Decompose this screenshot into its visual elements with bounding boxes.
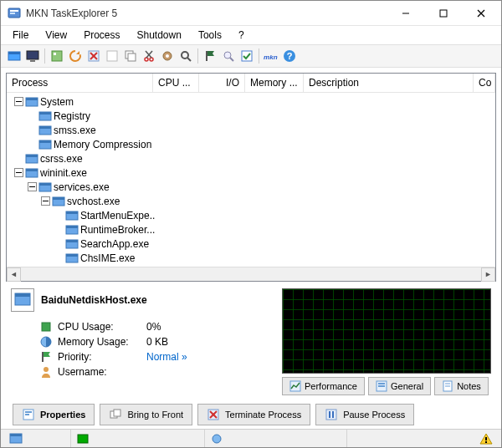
col-memory[interactable]: Memory ... [245,74,304,92]
col-process[interactable]: Process [7,74,153,92]
priority-icon [39,350,53,364]
tree-expander-icon[interactable] [12,97,25,107]
svg-rect-61 [66,226,78,228]
cpu-usage-value: 0% [146,321,161,333]
table-row[interactable]: SearchApp.exe [7,237,495,251]
window-title: MKN TaskExplorer 5 [26,8,387,19]
close-button[interactable] [462,1,499,25]
toolbar: mkn ? [1,44,501,68]
process-name: RuntimeBroker.... [80,224,155,236]
menu-tools[interactable]: Tools [192,28,228,43]
svg-rect-93 [332,411,334,418]
horizontal-scrollbar[interactable]: ◄ ► [7,267,495,281]
tb-delete-icon[interactable] [85,48,102,64]
table-row[interactable]: StartMenuExpe... [7,208,495,222]
status-memory-icon[interactable] [205,430,347,447]
table-row[interactable]: wininit.exe [7,165,495,180]
tree-leaf-icon [25,111,38,121]
tb-check-icon[interactable] [238,48,255,64]
table-row[interactable]: csrss.exe [7,151,495,165]
bring-to-front-button[interactable]: Bring to Front [100,404,192,425]
tb-refresh-icon[interactable] [67,48,84,64]
col-io[interactable]: I/O [199,74,245,92]
table-row[interactable]: ChsIME.exe [7,251,495,265]
table-row[interactable]: services.exe [7,180,495,194]
main-content: Process CPU ... I/O Memory ... Descripti… [1,68,501,429]
scroll-right-icon[interactable]: ► [481,267,495,282]
table-row[interactable]: Memory Compression [7,137,495,151]
menu-file[interactable]: File [6,28,35,43]
tb-monitor-icon[interactable] [24,48,41,64]
performance-graph [282,288,491,374]
svg-line-21 [146,51,152,58]
svg-rect-41 [39,126,51,129]
table-row[interactable]: System [7,94,495,109]
table-row[interactable]: svchost.exe [7,194,495,208]
svg-point-20 [150,58,153,61]
svg-rect-2 [10,13,15,14]
tree-expander-icon[interactable] [12,168,25,178]
tb-flag-icon[interactable] [202,48,218,64]
col-cpu[interactable]: CPU ... [153,74,199,92]
menu-view[interactable]: View [38,28,74,43]
tab-general[interactable]: General [368,377,431,395]
action-buttons: Properties Bring to Front Terminate Proc… [11,404,491,425]
col-collapsed[interactable]: Co [474,74,495,92]
tree-leaf-icon [25,125,38,135]
tree-expander-icon[interactable] [25,182,38,192]
process-icon [38,181,52,194]
table-row[interactable]: RuntimeBroker.... [7,222,495,237]
minimize-button[interactable] [387,1,424,25]
svg-rect-12 [54,53,56,55]
pause-button[interactable]: Pause Process [315,404,414,425]
table-row[interactable]: Registry [7,109,495,123]
tb-process-icon[interactable] [49,48,65,64]
svg-rect-37 [26,98,38,100]
tb-cut-icon[interactable] [141,48,157,64]
username-label: Username: [58,366,141,378]
menu-shutdown[interactable]: Shutdown [131,28,188,43]
tab-general-label: General [391,381,423,391]
scroll-left-icon[interactable]: ◄ [7,267,21,282]
svg-rect-10 [30,60,35,62]
maximize-button[interactable] [424,1,462,25]
tb-window-icon[interactable] [6,48,23,64]
table-header: Process CPU ... I/O Memory ... Descripti… [7,74,495,93]
priority-value[interactable]: Normal » [146,351,187,363]
tab-performance[interactable]: Performance [282,377,365,395]
svg-rect-78 [378,383,385,384]
properties-button[interactable]: Properties [13,404,95,425]
general-icon [376,380,387,392]
svg-rect-4 [440,10,447,17]
table-body[interactable]: SystemRegistrysmss.exeMemory Compression… [7,93,495,267]
status-window-icon[interactable] [4,430,71,447]
tb-settings-icon[interactable] [159,48,176,64]
col-description[interactable]: Description [304,74,474,92]
tb-copy-icon[interactable] [122,48,139,64]
svg-line-26 [187,58,191,61]
tb-zoom-icon[interactable] [220,48,237,64]
tb-blank-icon[interactable] [104,48,120,64]
app-icon [8,7,21,20]
svg-line-29 [230,58,233,61]
tree-leaf-icon [25,140,38,150]
status-warning-icon[interactable] [474,430,498,447]
process-name: svchost.exe [67,196,120,207]
status-cpu-icon[interactable] [71,430,205,447]
notes-icon [442,380,453,392]
tb-search-icon[interactable] [177,48,194,64]
tree-expander-icon[interactable] [38,196,52,206]
table-row[interactable]: smss.exe [7,123,495,137]
tab-notes[interactable]: Notes [434,377,489,395]
memory-icon [39,335,53,349]
svg-rect-18 [128,53,136,61]
process-icon [65,223,79,237]
svg-rect-1 [10,10,18,12]
tb-help-icon[interactable]: ? [281,48,298,64]
menu-help[interactable]: ? [232,28,251,43]
process-icon [25,166,38,180]
terminate-button[interactable]: Terminate Process [197,404,310,425]
tb-brand-icon[interactable]: mkn [263,48,279,64]
scroll-track[interactable] [21,267,481,282]
menu-process[interactable]: Process [77,28,126,43]
